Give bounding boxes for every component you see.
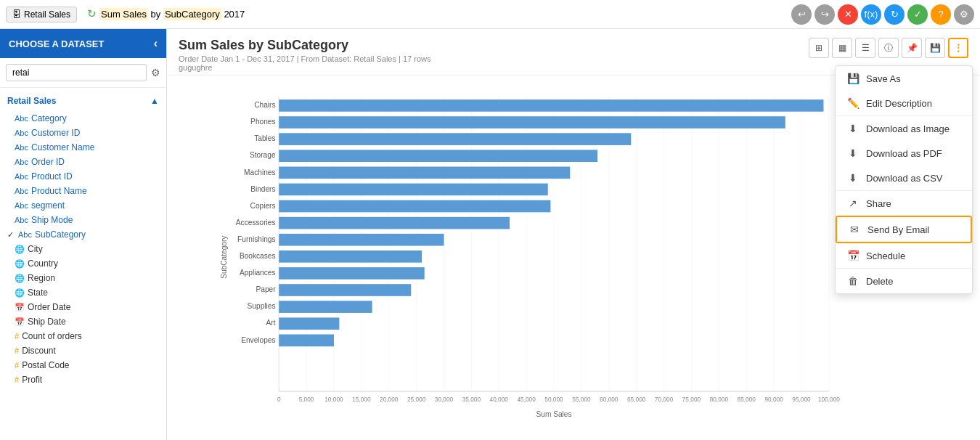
help-button[interactable]: ? — [931, 4, 951, 25]
globe-icon: 🌐 — [15, 259, 25, 269]
close-button[interactable]: ✕ — [838, 4, 858, 25]
filter-icon[interactable]: ⚙ — [151, 67, 160, 78]
save-as-button[interactable]: 💾 Save As — [836, 66, 972, 91]
bar-label: Tables — [254, 134, 275, 142]
sidebar-item[interactable]: Abc Product Name — [0, 184, 166, 198]
save-as-label: Save As — [866, 73, 901, 84]
share-button[interactable]: ↗ Share — [836, 191, 972, 216]
download-csv-button[interactable]: ⬇ Download as CSV — [836, 166, 972, 190]
info-button[interactable]: ⓘ — [878, 38, 899, 58]
undo-button[interactable]: ↩ — [791, 4, 812, 25]
refresh-button[interactable]: ↻ — [884, 4, 905, 25]
chart-subtitle: Order Date Jan 1 - Dec 31, 2017 | From D… — [179, 54, 430, 72]
bar-label: Paper — [256, 285, 276, 293]
search-input[interactable] — [6, 64, 147, 81]
sidebar-item[interactable]: Abc Customer Name — [0, 140, 166, 155]
bar-label: Storage — [250, 151, 276, 159]
sidebar-item[interactable]: # Postal Code — [0, 358, 166, 372]
active-tab[interactable]: ↻ Sum Sales by SubCategory 2017 — [81, 5, 250, 23]
svg-text:70,000: 70,000 — [655, 396, 674, 403]
sidebar-item[interactable]: Abc segment — [0, 198, 166, 213]
bar-supplies — [279, 301, 372, 313]
sidebar-collapse-button[interactable]: ‹ — [154, 37, 158, 50]
abc-icon: Abc — [15, 129, 28, 137]
top-bar: 🗄 Retail Sales ↻ Sum Sales by SubCategor… — [0, 0, 980, 29]
download-image-button[interactable]: ⬇ Download as Image — [836, 116, 972, 141]
item-label: City — [28, 244, 43, 254]
function-button[interactable]: f(x) — [861, 4, 881, 25]
list-button[interactable]: ☰ — [855, 38, 875, 58]
sidebar-item[interactable]: # Discount — [0, 343, 166, 358]
svg-text:55,000: 55,000 — [572, 396, 591, 403]
bar-label: Copiers — [250, 202, 276, 210]
item-label: Profit — [22, 375, 42, 385]
svg-text:100,000: 100,000 — [818, 396, 840, 403]
schedule-label: Schedule — [866, 250, 905, 261]
check-button[interactable]: ✓ — [907, 4, 928, 25]
sidebar-item[interactable]: 📅 Ship Date — [0, 314, 166, 329]
pin-button[interactable]: 📌 — [902, 38, 922, 58]
sidebar-item[interactable]: Abc Product ID — [0, 169, 166, 184]
sidebar-item[interactable]: Abc Category — [0, 111, 166, 126]
svg-text:80,000: 80,000 — [710, 396, 729, 403]
sidebar-item-subcategory[interactable]: ✓ Abc SubCategory — [0, 227, 166, 242]
tab-bar: 🗄 Retail Sales ↻ Sum Sales by SubCategor… — [6, 5, 250, 23]
download-csv-label: Download as CSV — [866, 173, 943, 184]
svg-text:0: 0 — [277, 396, 281, 403]
item-label: Category — [31, 113, 67, 123]
more-options-button[interactable]: ⋮ — [948, 38, 968, 58]
bar-label: Machines — [244, 168, 275, 176]
sidebar-item[interactable]: Abc Ship Mode — [0, 213, 166, 227]
bar-label: Chairs — [254, 101, 275, 109]
abc-icon: Abc — [15, 201, 28, 210]
sidebar-group-header[interactable]: Retail Sales ▲ — [0, 94, 166, 108]
sidebar-item[interactable]: 🌐 City — [0, 242, 166, 256]
sidebar-item[interactable]: Abc Customer ID — [0, 126, 166, 140]
edit-description-button[interactable]: ✏️ Edit Description — [836, 91, 972, 115]
dataset-tab[interactable]: 🗄 Retail Sales — [6, 7, 77, 23]
bar-view-button[interactable]: ▦ — [832, 38, 852, 58]
bar-copiers — [279, 200, 550, 213]
sidebar-header: CHOOSE A DATASET ‹ — [0, 29, 166, 58]
sidebar-item[interactable]: 🌐 Country — [0, 256, 166, 271]
settings-button[interactable]: ⚙ — [954, 4, 974, 25]
redo-button[interactable]: ↪ — [814, 4, 835, 25]
download-icon: ⬇ — [847, 147, 859, 159]
svg-text:20,000: 20,000 — [380, 396, 399, 403]
item-label: Product Name — [31, 186, 87, 196]
sidebar-item[interactable]: 🌐 Region — [0, 271, 166, 285]
refresh-icon: ↻ — [87, 7, 97, 20]
send-email-button[interactable]: ✉ Send By Email — [836, 216, 972, 243]
item-label: Region — [28, 273, 55, 283]
bar-label: Accessories — [236, 219, 276, 227]
delete-label: Delete — [866, 276, 894, 287]
sidebar-item[interactable]: # Count of orders — [0, 329, 166, 343]
main-layout: CHOOSE A DATASET ‹ ⚙ Retail Sales ▲ Abc … — [0, 29, 980, 440]
sidebar-item[interactable]: 📅 Order Date — [0, 300, 166, 314]
globe-icon: 🌐 — [15, 274, 25, 283]
chart-title-area: Sum Sales by SubCategory Order Date Jan … — [179, 38, 430, 72]
sidebar-item[interactable]: Abc Order ID — [0, 155, 166, 169]
toolbar-right: ↩ ↪ ✕ f(x) ↻ ✓ ? ⚙ — [791, 4, 974, 25]
svg-text:30,000: 30,000 — [435, 396, 454, 403]
svg-text:10,000: 10,000 — [324, 396, 343, 403]
calendar-icon: 📅 — [15, 303, 25, 312]
item-label: Ship Date — [28, 317, 66, 327]
share-label: Share — [866, 198, 891, 209]
bar-machines — [279, 167, 570, 179]
save-button[interactable]: 💾 — [925, 38, 945, 58]
table-view-button[interactable]: ⊞ — [809, 38, 829, 58]
item-label: Order ID — [31, 157, 65, 167]
calendar-icon: 📅 — [847, 250, 859, 261]
schedule-button[interactable]: 📅 Schedule — [836, 243, 972, 268]
delete-button[interactable]: 🗑 Delete — [836, 269, 972, 293]
abc-icon: Abc — [15, 172, 28, 181]
sidebar-item[interactable]: # Profit — [0, 372, 166, 387]
download-pdf-button[interactable]: ⬇ Download as PDF — [836, 141, 972, 166]
bar-furnishings — [279, 234, 444, 246]
hash-icon: # — [15, 361, 19, 370]
abc-icon: Abc — [15, 158, 28, 166]
bar-label: Supplies — [248, 302, 276, 310]
sidebar-item[interactable]: 🌐 State — [0, 285, 166, 300]
bar-paper — [279, 284, 411, 296]
